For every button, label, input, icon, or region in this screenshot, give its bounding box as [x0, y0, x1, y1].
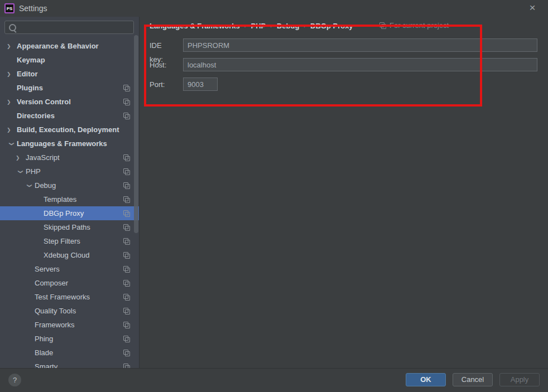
per-project-settings-icon	[123, 196, 130, 203]
per-project-settings-icon	[123, 168, 130, 175]
sidebar-item-appearance-behavior[interactable]: ❯Appearance & Behavior	[0, 39, 139, 53]
per-project-settings-icon	[123, 154, 130, 161]
per-project-settings-icon	[123, 336, 130, 342]
apply-button[interactable]: Apply	[499, 373, 540, 386]
sidebar-item-label: Test Frameworks	[35, 293, 90, 301]
sidebar-item-label: Build, Execution, Deployment	[17, 125, 119, 134]
per-project-settings-icon	[123, 210, 130, 217]
sidebar-item-label: DBGp Proxy	[44, 209, 84, 217]
sidebar-item-phing[interactable]: Phing	[0, 332, 139, 346]
sidebar-item-editor[interactable]: ❯Editor	[0, 67, 139, 81]
sidebar-item-label: Editor	[17, 70, 38, 78]
sidebar-item-composer[interactable]: Composer	[0, 276, 139, 290]
breadcrumb-item[interactable]: DBGp Proxy	[310, 22, 353, 30]
sidebar-item-label: Version Control	[17, 98, 71, 106]
scope-indicator: For current project	[379, 21, 449, 30]
chevron-right-icon[interactable]: ❯	[7, 99, 17, 105]
ok-button[interactable]: OK	[406, 373, 446, 386]
sidebar-item-php[interactable]: ❯PHP	[0, 164, 139, 178]
sidebar-item-blade[interactable]: Blade	[0, 346, 139, 360]
per-project-settings-icon	[123, 85, 130, 91]
per-project-settings-icon	[379, 22, 386, 29]
dialog-footer: ? OK Cancel Apply	[0, 368, 548, 392]
per-project-settings-icon	[123, 238, 130, 245]
settings-tree: ❯Appearance & BehaviorKeymap❯EditorPlugi…	[0, 39, 139, 368]
sidebar-item-build-execution-deployment[interactable]: ❯Build, Execution, Deployment	[0, 123, 139, 137]
per-project-settings-icon	[123, 364, 130, 369]
sidebar-item-label: Servers	[35, 265, 60, 273]
ide-key-label: IDE key:	[150, 38, 163, 52]
sidebar-item-label: Debug	[35, 181, 56, 190]
settings-sidebar: ❯Appearance & BehaviorKeymap❯EditorPlugi…	[0, 17, 140, 368]
per-project-settings-icon	[123, 182, 130, 189]
settings-content: Languages & Frameworks›PHP›Debug›DBGp Pr…	[140, 17, 548, 368]
sidebar-item-label: Skipped Paths	[44, 223, 90, 231]
sidebar-item-label: Smarty	[35, 362, 57, 368]
sidebar-item-label: Step Filters	[44, 237, 80, 245]
sidebar-item-skipped-paths[interactable]: Skipped Paths	[0, 220, 139, 234]
chevron-down-icon[interactable]: ❯	[18, 167, 23, 177]
phpstorm-logo-icon: PS	[4, 3, 15, 13]
port-label: Port:	[150, 78, 165, 91]
title-bar: PS Settings ×	[0, 0, 548, 17]
ide-key-field[interactable]	[183, 38, 537, 52]
sidebar-item-label: Xdebug Cloud	[44, 251, 89, 259]
cancel-button[interactable]: Cancel	[453, 373, 493, 386]
per-project-settings-icon	[123, 308, 130, 314]
sidebar-item-xdebug-cloud[interactable]: Xdebug Cloud	[0, 248, 139, 262]
per-project-settings-icon	[123, 99, 130, 105]
breadcrumb-separator: ›	[270, 22, 272, 29]
chevron-right-icon[interactable]: ❯	[7, 71, 17, 77]
sidebar-item-keymap[interactable]: Keymap	[0, 53, 139, 67]
per-project-settings-icon	[123, 294, 130, 301]
chevron-right-icon[interactable]: ❯	[7, 127, 17, 133]
port-field[interactable]	[183, 78, 218, 91]
sidebar-item-quality-tools[interactable]: Quality Tools	[0, 304, 139, 318]
sidebar-item-smarty[interactable]: Smarty	[0, 360, 139, 368]
sidebar-item-test-frameworks[interactable]: Test Frameworks	[0, 290, 139, 304]
per-project-settings-icon	[123, 280, 130, 287]
sidebar-item-dbgp-proxy[interactable]: DBGp Proxy	[0, 206, 139, 220]
close-icon[interactable]: ×	[523, 0, 541, 17]
search-input[interactable]	[18, 22, 132, 34]
sidebar-scrollbar-thumb[interactable]	[134, 35, 138, 233]
chevron-down-icon[interactable]: ❯	[9, 139, 15, 149]
chevron-down-icon[interactable]: ❯	[27, 181, 32, 191]
sidebar-item-version-control[interactable]: ❯Version Control	[0, 95, 139, 109]
per-project-settings-icon	[123, 113, 130, 119]
per-project-settings-icon	[123, 266, 130, 273]
breadcrumb-item[interactable]: Debug	[277, 22, 299, 30]
sidebar-item-label: Plugins	[17, 84, 43, 92]
sidebar-item-frameworks[interactable]: Frameworks	[0, 318, 139, 332]
sidebar-item-directories[interactable]: Directories	[0, 109, 139, 123]
sidebar-item-debug[interactable]: ❯Debug	[0, 178, 139, 192]
sidebar-item-languages-frameworks[interactable]: ❯Languages & Frameworks	[0, 137, 139, 151]
per-project-settings-icon	[123, 322, 130, 328]
search-icon	[9, 24, 16, 31]
sidebar-item-label: Phing	[35, 335, 53, 343]
host-field[interactable]	[183, 58, 537, 71]
settings-dialog: PS Settings × ❯Appearance & BehaviorKeym…	[0, 0, 548, 392]
per-project-settings-icon	[123, 252, 130, 259]
sidebar-item-templates[interactable]: Templates	[0, 192, 139, 206]
breadcrumb-item[interactable]: Languages & Frameworks	[150, 22, 240, 30]
per-project-settings-icon	[123, 224, 130, 231]
chevron-right-icon[interactable]: ❯	[7, 43, 17, 49]
sidebar-item-javascript[interactable]: ❯JavaScript	[0, 151, 139, 164]
sidebar-item-label: Blade	[35, 349, 53, 357]
sidebar-item-label: JavaScript	[26, 153, 60, 162]
sidebar-item-label: Quality Tools	[35, 307, 76, 315]
sidebar-item-label: Templates	[44, 195, 76, 204]
sidebar-item-servers[interactable]: Servers	[0, 262, 139, 276]
sidebar-item-label: Composer	[35, 279, 68, 287]
sidebar-item-step-filters[interactable]: Step Filters	[0, 234, 139, 248]
breadcrumb: Languages & Frameworks›PHP›Debug›DBGp Pr…	[150, 20, 353, 31]
breadcrumb-separator: ›	[304, 22, 306, 29]
help-button[interactable]: ?	[8, 374, 21, 386]
chevron-right-icon[interactable]: ❯	[16, 155, 26, 161]
breadcrumb-item[interactable]: PHP	[251, 22, 266, 30]
search-box[interactable]	[4, 21, 134, 34]
sidebar-item-plugins[interactable]: Plugins	[0, 81, 139, 95]
sidebar-item-label: Frameworks	[35, 321, 75, 329]
sidebar-item-label: Appearance & Behavior	[17, 42, 99, 50]
